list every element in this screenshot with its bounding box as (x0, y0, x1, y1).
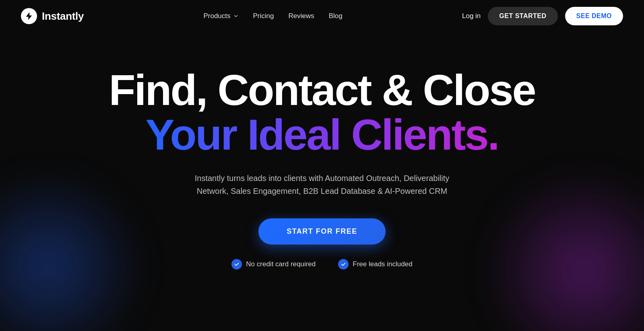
check-icon-1 (231, 259, 242, 269)
badge-no-credit-card: No credit card required (231, 259, 316, 269)
badge-free-leads-text: Free leads included (353, 260, 412, 268)
logo-icon (21, 8, 37, 24)
hero-heading-line2: Your Ideal Clients. (145, 112, 498, 157)
nav-pricing-link[interactable]: Pricing (253, 12, 274, 20)
nav-right: Log in GET STARTED SEE DEMO (462, 7, 623, 25)
hero-section: Find, Contact & Close Your Ideal Clients… (0, 32, 644, 269)
hero-badges: No credit card required Free leads inclu… (231, 259, 412, 269)
navbar: Instantly Products Pricing Reviews Blog (0, 0, 644, 32)
badge-no-credit-card-text: No credit card required (246, 260, 316, 268)
hero-heading-line1: Find, Contact & Close (109, 68, 535, 112)
nav-reviews-link[interactable]: Reviews (289, 12, 314, 20)
checkmark-icon-2 (341, 261, 346, 267)
hero-subheading: Instantly turns leads into clients with … (185, 172, 459, 197)
logo-link[interactable]: Instantly (21, 8, 84, 24)
see-demo-button[interactable]: SEE DEMO (565, 7, 623, 25)
check-icon-2 (338, 259, 349, 269)
checkmark-icon-1 (234, 261, 239, 267)
nav-blog-link[interactable]: Blog (329, 12, 343, 20)
bolt-icon (25, 12, 33, 21)
nav-products-link[interactable]: Products (203, 12, 238, 20)
start-free-button[interactable]: START FOR FREE (258, 218, 386, 245)
login-link[interactable]: Log in (462, 12, 481, 20)
brand-name: Instantly (42, 10, 84, 23)
badge-free-leads: Free leads included (338, 259, 412, 269)
chevron-down-icon (233, 13, 239, 19)
nav-links: Products Pricing Reviews Blog (203, 12, 342, 20)
nav-products-label: Products (203, 12, 230, 20)
get-started-button[interactable]: GET STARTED (488, 7, 557, 25)
